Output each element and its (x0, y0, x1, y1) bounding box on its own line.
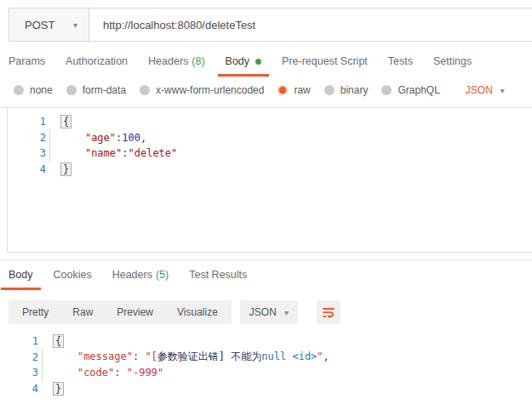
radio-selected-icon (277, 85, 288, 95)
code-text: { (38, 335, 64, 347)
view-raw[interactable]: Raw (60, 300, 105, 324)
view-preview[interactable]: Preview (105, 300, 165, 324)
tab-label: Headers (112, 269, 152, 281)
response-format-label: JSON (249, 306, 277, 318)
code-text: "name":"delete" (46, 147, 177, 159)
chevron-down-icon: ▾ (501, 86, 505, 95)
radio-icon (381, 85, 392, 95)
chevron-down-icon: ▾ (284, 308, 289, 317)
tab-label: Pre-request Script (282, 55, 368, 67)
radio-binary[interactable]: binary (324, 84, 369, 96)
code-line: 2 "message": "[参数验证出错] 不能为null <id>", (0, 350, 532, 366)
response-format-dropdown[interactable]: JSON ▾ (240, 300, 298, 324)
code-line: 4} (0, 381, 532, 397)
tab-settings[interactable]: Settings (433, 50, 472, 77)
radio-icon (14, 85, 24, 95)
radio-label: GraphQL (398, 84, 439, 96)
indent-guide (49, 129, 50, 147)
view-switcher: Pretty Raw Preview Visualize (9, 300, 232, 324)
radio-graphql[interactable]: GraphQL (381, 84, 439, 96)
line-number: 1 (0, 335, 38, 347)
line-number: 4 (8, 163, 46, 175)
line-number: 3 (0, 367, 38, 379)
tab-label: Params (9, 55, 45, 67)
code-text: } (46, 163, 72, 175)
radio-raw[interactable]: raw (277, 84, 310, 96)
code-text: "age":100, (46, 132, 146, 144)
tab-label: Tests (388, 55, 413, 67)
tab-tests[interactable]: Tests (388, 50, 413, 77)
code-text: } (38, 383, 64, 395)
indent-guide (42, 349, 43, 367)
tab-headers[interactable]: Headers (8) (148, 50, 205, 77)
method-label: POST (25, 19, 54, 31)
line-number: 2 (8, 132, 46, 144)
tab-label: Body (226, 55, 250, 67)
tab-params[interactable]: Params (9, 50, 45, 77)
radio-label: none (30, 84, 53, 96)
response-tab-body[interactable]: Body (1, 264, 41, 290)
headers-count-badge: (5) (156, 269, 169, 281)
radio-label: raw (294, 84, 310, 96)
radio-label: binary (340, 84, 369, 96)
response-views-row: Pretty Raw Preview Visualize JSON ▾ (9, 300, 532, 324)
view-pretty[interactable]: Pretty (10, 300, 60, 324)
view-visualize[interactable]: Visualize (165, 300, 230, 324)
line-number: 1 (8, 116, 46, 128)
response-tabs: Body Cookies Headers (5) Test Results (9, 264, 532, 290)
code-line: 3 "name":"delete" (8, 145, 532, 162)
postman-request-view: POST ▾ Params Authorization Headers (8) … (0, 0, 532, 416)
radio-icon (324, 85, 335, 95)
request-body-editor[interactable]: 1{2 "age":100,3 "name":"delete"4} (7, 108, 532, 253)
indent-guide (49, 145, 50, 162)
radio-form-data[interactable]: form-data (66, 84, 126, 96)
line-number: 4 (0, 383, 38, 395)
request-url-bar: POST ▾ (9, 8, 532, 42)
line-number: 2 (0, 351, 38, 363)
tab-authorization[interactable]: Authorization (66, 50, 128, 77)
code-text: { (46, 116, 72, 128)
headers-count-badge: (8) (192, 55, 204, 67)
tab-body[interactable]: Body (218, 50, 270, 77)
body-has-content-dot (255, 59, 261, 65)
body-mode-row: none form-data x-www-form-urlencoded raw… (14, 84, 532, 96)
radio-icon (66, 85, 77, 95)
tab-label: Settings (433, 55, 472, 67)
radio-icon (140, 85, 150, 95)
tab-pre-request-script[interactable]: Pre-request Script (282, 50, 368, 77)
divider (0, 259, 532, 260)
code-text: "message": "[参数验证出错] 不能为null <id>", (38, 350, 329, 364)
code-line: 1{ (8, 114, 532, 130)
code-line: 1{ (0, 333, 532, 350)
raw-format-label: JSON (466, 84, 493, 96)
response-tab-cookies[interactable]: Cookies (54, 264, 92, 290)
radio-label: x-www-form-urlencoded (156, 84, 264, 96)
code-line: 2 "age":100, (8, 130, 532, 146)
url-input[interactable] (89, 9, 532, 41)
wrap-text-icon (322, 305, 335, 319)
tab-label: Cookies (54, 269, 92, 281)
indent-guide (42, 364, 43, 382)
code-line: 3 "code": "-999" (0, 365, 532, 381)
chevron-down-icon: ▾ (73, 20, 77, 30)
wrap-lines-button[interactable] (317, 300, 340, 324)
response-tab-test-results[interactable]: Test Results (189, 264, 247, 290)
radio-x-www-form-urlencoded[interactable]: x-www-form-urlencoded (140, 84, 264, 96)
response-body-editor[interactable]: 1{2 "message": "[参数验证出错] 不能为null <id>",3… (0, 333, 532, 402)
line-number: 3 (8, 147, 46, 159)
radio-none[interactable]: none (14, 84, 53, 96)
request-tabs: Params Authorization Headers (8) Body Pr… (9, 50, 532, 77)
response-tab-headers[interactable]: Headers (5) (112, 264, 169, 290)
tab-label: Headers (148, 55, 188, 67)
tab-label: Body (9, 269, 33, 281)
raw-format-dropdown[interactable]: JSON ▾ (466, 84, 505, 96)
code-text: "code": "-999" (38, 367, 163, 379)
code-line: 4} (8, 162, 532, 178)
method-dropdown[interactable]: POST ▾ (9, 9, 89, 41)
tab-label: Authorization (66, 55, 128, 67)
radio-label: form-data (83, 84, 126, 96)
tab-label: Test Results (189, 269, 247, 281)
